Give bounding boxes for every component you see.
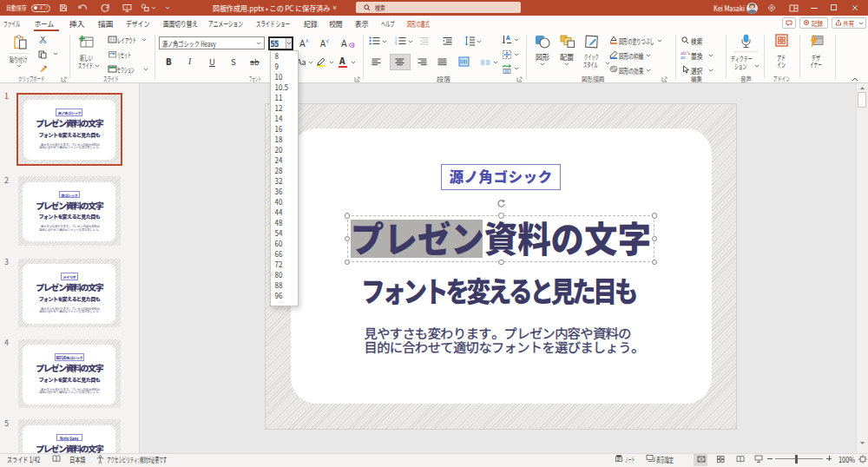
svg-text:A: A (505, 35, 510, 42)
svg-text:3: 3 (395, 42, 397, 45)
svg-text:ac: ac (681, 54, 686, 59)
